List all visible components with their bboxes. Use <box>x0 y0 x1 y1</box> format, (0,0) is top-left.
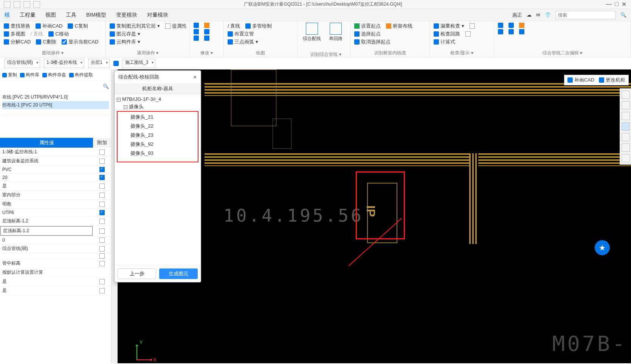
tree-item[interactable]: 摄像头_22 <box>118 122 198 131</box>
prop-extra-cell[interactable] <box>93 277 111 286</box>
component-extract-button[interactable]: 构件提取 <box>69 72 93 78</box>
prop-row[interactable]: 0 <box>0 236 111 244</box>
prop-value[interactable]: 层顶标高-1.2 <box>0 217 93 225</box>
extra-checkbox[interactable] <box>99 159 105 164</box>
prop-extra-cell[interactable] <box>93 259 111 268</box>
edit-icon[interactable] <box>498 23 503 28</box>
extra-checkbox[interactable] <box>99 253 105 259</box>
component-tree[interactable]: 布线 [PVC 25 UTP6/RVVP4*1.0] 控布线-1 [PVC 20… <box>0 92 111 115</box>
show-current-cad-checkbox[interactable]: 显示当前CAD <box>62 39 98 45</box>
find-replace-button[interactable]: 查找替换 <box>4 23 30 29</box>
edit-icon[interactable] <box>519 29 524 34</box>
menu-tab[interactable]: 对量模块 <box>146 11 169 20</box>
prop-extra-cell[interactable] <box>93 182 111 190</box>
multipipe-draw-button[interactable]: 多管绘制 <box>245 23 272 29</box>
tree-root[interactable]: M7B#JG-1F-3#_4 <box>122 96 161 102</box>
select-start-button[interactable]: 选择起点 <box>354 31 381 37</box>
prop-row[interactable]: 层顶标高-1.2 <box>0 217 111 226</box>
get-attributes-button[interactable]: 提属性 <box>165 23 187 29</box>
cmove-button[interactable]: C移动 <box>48 31 68 37</box>
menu-tab[interactable]: BIM模型 <box>85 11 107 20</box>
component-lib-button[interactable]: 构件库 <box>20 72 39 78</box>
fill-cad-button[interactable]: 补画CAD <box>567 77 594 83</box>
prop-row[interactable]: 室内部分 <box>0 191 111 200</box>
prop-row[interactable] <box>0 253 111 259</box>
menu-tab[interactable]: 工具 <box>65 11 77 20</box>
qat-icon[interactable] <box>14 1 20 8</box>
single-loop-button[interactable]: 单回路 <box>326 23 347 42</box>
prop-value[interactable]: 室内部分 <box>0 191 93 199</box>
view-icon[interactable] <box>622 133 630 141</box>
qat-icon[interactable] <box>4 1 11 8</box>
shirt-icon[interactable]: 👕 <box>545 12 551 18</box>
cloud-icon[interactable]: ☁ <box>527 12 532 18</box>
close-button[interactable]: ✕ <box>622 1 626 8</box>
prop-row[interactable]: 20 <box>0 174 111 182</box>
view-icon[interactable] <box>622 112 630 120</box>
modify-icon[interactable] <box>194 35 199 41</box>
generate-button[interactable]: 生成图元 <box>159 268 198 279</box>
icon[interactable] <box>465 31 471 37</box>
extra-checkbox[interactable] <box>99 246 105 251</box>
tree-item[interactable]: 摄像头_92 <box>118 140 198 149</box>
component-save-button[interactable]: 图元存盘 ▾ <box>110 31 140 37</box>
view-icon[interactable] <box>622 101 630 110</box>
prop-extra-cell[interactable] <box>93 286 111 295</box>
buhuacad-button[interactable]: 补画CAD <box>36 23 62 29</box>
drawing-dropdown[interactable]: 施工图纸_3 <box>122 59 155 68</box>
extra-checkbox[interactable] <box>99 175 105 180</box>
prop-value[interactable]: UTP6 <box>0 209 93 216</box>
prop-extra-cell[interactable] <box>93 200 111 208</box>
tree-item[interactable]: 摄像头_23 <box>118 131 198 140</box>
modify-icon[interactable] <box>204 29 209 34</box>
prop-value[interactable]: 1-3楼-监控布线-1 <box>0 148 93 156</box>
favorite-button[interactable]: ★ <box>595 240 610 255</box>
prop-row[interactable]: 管中标高 <box>0 259 111 268</box>
prop-row[interactable]: 明敷 <box>0 200 111 209</box>
extra-checkbox[interactable] <box>99 210 105 215</box>
tree-item[interactable]: 摄像头_21 <box>118 113 198 122</box>
prop-extra-cell[interactable] <box>93 191 111 199</box>
extra-checkbox[interactable] <box>99 279 105 284</box>
prop-row[interactable]: 综合管线(弱) <box>0 244 111 253</box>
prop-value[interactable]: 20 <box>0 174 93 181</box>
prop-value[interactable]: 按默认计算设置计算 <box>0 268 93 277</box>
extra-checkbox[interactable] <box>99 202 105 207</box>
minimize-button[interactable]: — <box>606 1 612 8</box>
prop-value[interactable]: 是 <box>0 286 93 295</box>
prop-extra-cell[interactable] <box>93 268 111 277</box>
menu-tab[interactable]: 模 <box>4 11 11 20</box>
cancel-start-button[interactable]: 取消选择起点 <box>354 39 391 45</box>
prop-row[interactable]: 是 <box>0 182 111 191</box>
prop-value[interactable]: 层顶标高-1.2 <box>0 226 93 236</box>
check-loop-button[interactable]: 检查回路 <box>434 31 460 37</box>
prop-row[interactable]: 建筑设备监控系统 <box>0 157 111 166</box>
view-icon[interactable] <box>622 91 630 99</box>
extra-checkbox[interactable] <box>99 219 105 224</box>
qat-icon[interactable] <box>23 1 30 8</box>
icon[interactable] <box>470 23 475 29</box>
copy-button[interactable]: 复制 <box>2 72 17 78</box>
change-cabinet-button[interactable]: 更改机柜 <box>599 77 625 83</box>
floor-dropdown[interactable]: 1-3楼-监控布线 <box>44 59 84 68</box>
view-icon[interactable] <box>622 143 630 152</box>
cdelete-button[interactable]: C删除 <box>36 39 56 45</box>
view-icon[interactable] <box>622 122 630 131</box>
edit-icon[interactable] <box>509 23 514 28</box>
prop-extra-cell[interactable] <box>93 217 111 225</box>
draw-line-button[interactable]: / 直线 <box>228 23 240 29</box>
copy-to-layer-button[interactable]: 复制图元到其它层 ▾ <box>110 23 160 29</box>
layout-vpipe-button[interactable]: 布置立管 <box>228 31 254 37</box>
prop-extra-cell[interactable] <box>93 166 111 173</box>
dialog-close-icon[interactable]: ✕ <box>193 74 197 80</box>
prop-row[interactable]: UTP6 <box>0 209 111 217</box>
qat-icon[interactable] <box>33 1 40 8</box>
missing-check-button[interactable]: 漏量检查 ▾ <box>434 23 464 29</box>
component-save-button[interactable]: 构件存盘 <box>42 72 66 78</box>
component-search-input[interactable] <box>2 82 101 90</box>
prop-value[interactable]: 建筑设备监控系统 <box>0 157 93 165</box>
prop-value[interactable] <box>0 253 93 259</box>
prop-extra-cell[interactable] <box>93 148 111 156</box>
modify-icon[interactable] <box>204 23 209 28</box>
prop-extra-cell[interactable] <box>93 209 111 216</box>
